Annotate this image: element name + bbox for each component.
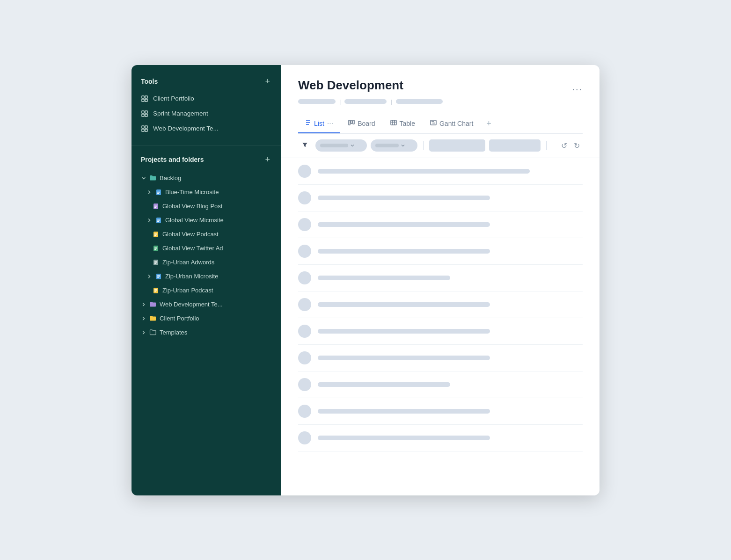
- list-row-content: [318, 222, 583, 227]
- header-row: Web Development | | ···: [298, 78, 583, 115]
- nav-item-zu-adwords[interactable]: Zip-Urban Adwords: [132, 255, 281, 269]
- list-row-bar: [318, 436, 490, 440]
- avatar: [298, 218, 311, 231]
- svg-rect-49: [353, 120, 354, 124]
- grid-icon-3: [141, 125, 148, 132]
- gv-twitter-label: Global View Twitter Ad: [162, 245, 223, 252]
- breadcrumb: | |: [298, 98, 443, 105]
- nav-item-gv-podcast[interactable]: Global View Podcast: [132, 227, 281, 241]
- list-row[interactable]: [298, 211, 583, 238]
- doc-icon-gv-blog: [152, 203, 160, 210]
- nav-item-zu-podcast[interactable]: Zip-Urban Podcast: [132, 284, 281, 298]
- more-options-button[interactable]: ···: [572, 84, 583, 95]
- svg-rect-35: [154, 263, 156, 264]
- projects-section: Projects and folders + Backlog: [132, 148, 281, 342]
- tab-table[interactable]: Table: [384, 115, 422, 133]
- filter-button[interactable]: [298, 140, 312, 151]
- tool-item-sprint-management[interactable]: Sprint Management: [132, 106, 281, 121]
- nav-item-backlog[interactable]: Backlog: [132, 171, 281, 185]
- app-container: Tools + Client Portfolio: [132, 65, 599, 495]
- add-project-button[interactable]: +: [263, 154, 272, 165]
- nav-item-zu-microsite[interactable]: Zip-Urban Microsite: [132, 269, 281, 284]
- list-row-content: [318, 249, 583, 254]
- svg-rect-7: [145, 114, 147, 116]
- svg-rect-8: [142, 126, 144, 128]
- svg-rect-31: [154, 249, 156, 250]
- list-row-bar: [318, 249, 490, 254]
- doc-icon-gv-microsite: [155, 217, 162, 224]
- tab-gantt[interactable]: Gantt Chart: [424, 115, 480, 133]
- svg-rect-13: [157, 191, 160, 191]
- chevron-down-icon-backlog: [141, 175, 146, 181]
- avatar: [298, 378, 311, 391]
- grid-icon: [141, 95, 148, 102]
- svg-rect-34: [154, 262, 157, 262]
- list-row-content: [318, 382, 583, 387]
- nav-item-gv-microsite[interactable]: Global View Microsite: [132, 213, 281, 227]
- gv-microsite-label: Global View Microsite: [165, 217, 224, 224]
- list-row[interactable]: [298, 265, 583, 291]
- toolbar-filter-pill-2[interactable]: [371, 139, 417, 152]
- list-row[interactable]: [298, 371, 583, 398]
- list-row[interactable]: [298, 291, 583, 318]
- tool-label-3: Web Development Te...: [153, 125, 219, 132]
- tab-list-more[interactable]: ···: [327, 119, 333, 128]
- list-row[interactable]: [298, 238, 583, 265]
- svg-rect-48: [351, 120, 352, 124]
- toolbar-text-pill-1[interactable]: [429, 139, 485, 152]
- list-row-content: [318, 196, 583, 200]
- tab-table-label: Table: [400, 120, 415, 127]
- svg-rect-1: [145, 96, 147, 98]
- svg-rect-4: [142, 111, 144, 113]
- redo-button[interactable]: ↻: [571, 139, 583, 152]
- list-row[interactable]: [298, 318, 583, 345]
- doc-icon-gv-twitter: [152, 245, 160, 252]
- tab-board[interactable]: Board: [342, 115, 381, 133]
- tab-list[interactable]: List ···: [298, 115, 340, 133]
- list-area: [281, 158, 599, 495]
- list-row-bar: [318, 302, 490, 307]
- svg-rect-18: [154, 206, 157, 206]
- tool-item-web-dev[interactable]: Web Development Te...: [132, 121, 281, 136]
- tool-item-client-portfolio[interactable]: Client Portfolio: [132, 91, 281, 106]
- nav-item-blue-time[interactable]: Blue-Time Microsite: [132, 185, 281, 199]
- tab-list-label: List: [314, 120, 324, 127]
- toolbar-filter-pill-1[interactable]: [315, 139, 367, 152]
- svg-rect-50: [391, 120, 396, 125]
- nav-item-gv-twitter[interactable]: Global View Twitter Ad: [132, 241, 281, 255]
- folder-icon-client: [149, 315, 157, 322]
- list-row-bar: [318, 169, 530, 174]
- list-row-content: [318, 436, 583, 440]
- svg-rect-10: [142, 129, 144, 131]
- list-row-bar: [318, 276, 450, 280]
- undo-button[interactable]: ↺: [558, 139, 570, 152]
- svg-rect-9: [145, 126, 147, 128]
- list-row[interactable]: [298, 425, 583, 451]
- breadcrumb-sep-2: |: [390, 98, 392, 105]
- toolbar-pill-inner-1: [320, 144, 348, 147]
- svg-rect-15: [157, 193, 159, 194]
- svg-rect-43: [154, 291, 156, 292]
- list-row[interactable]: [298, 345, 583, 371]
- folder-icon-backlog: [149, 175, 157, 182]
- chevron-right-icon-web-dev: [141, 302, 146, 307]
- nav-item-templates[interactable]: Templates: [132, 326, 281, 340]
- add-tool-button[interactable]: +: [263, 76, 272, 87]
- avatar: [298, 191, 311, 204]
- nav-item-web-dev-te[interactable]: Web Development Te...: [132, 298, 281, 312]
- list-row[interactable]: [298, 185, 583, 211]
- list-row[interactable]: [298, 158, 583, 185]
- svg-rect-33: [154, 261, 157, 262]
- nav-item-client-portfolio[interactable]: Client Portfolio: [132, 312, 281, 326]
- nav-item-gv-blog[interactable]: Global View Blog Post: [132, 199, 281, 213]
- blue-time-label: Blue-Time Microsite: [165, 189, 219, 196]
- tool-label-2: Sprint Management: [153, 110, 208, 117]
- svg-rect-11: [145, 129, 147, 131]
- list-row-content: [318, 356, 583, 360]
- svg-rect-30: [154, 248, 157, 248]
- client-portfolio-label: Client Portfolio: [160, 315, 199, 322]
- chevron-right-icon-templates: [141, 330, 146, 335]
- add-tab-button[interactable]: +: [482, 115, 496, 132]
- toolbar-text-pill-2[interactable]: [489, 139, 541, 152]
- list-row[interactable]: [298, 398, 583, 425]
